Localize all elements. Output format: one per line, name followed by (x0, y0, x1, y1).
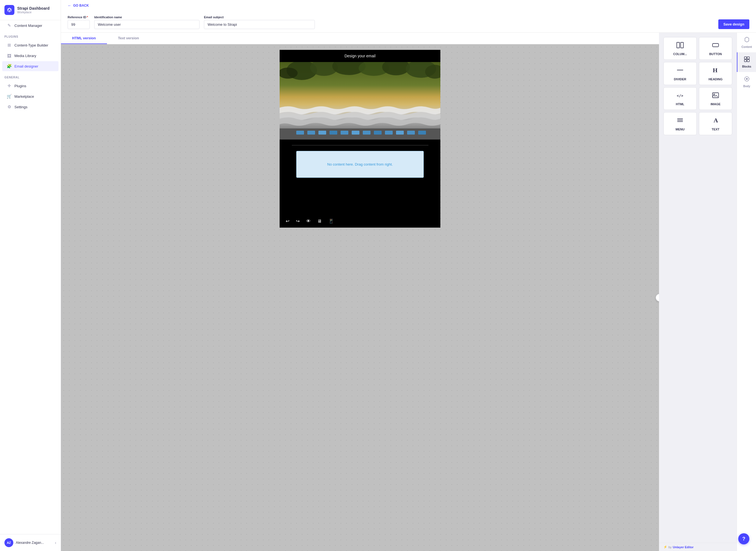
sidebar-item-label: Email designer (14, 64, 38, 68)
block-item-text[interactable]: A TEXT (699, 112, 732, 135)
save-design-button[interactable]: Save design (718, 19, 749, 29)
help-button[interactable]: ? (738, 533, 749, 544)
sidebar-item-email-designer[interactable]: 🧩 Email designer (2, 61, 58, 71)
svg-rect-34 (744, 57, 747, 59)
divider-icon (676, 66, 684, 76)
preview-button[interactable]: 👁 (304, 217, 312, 225)
block-item-button[interactable]: BUTTON (699, 37, 732, 60)
svg-text:</>: </> (677, 94, 683, 98)
block-label: IMAGE (711, 102, 721, 106)
svg-rect-23 (681, 42, 683, 48)
sidebar-collapse-button[interactable]: ‹ (55, 540, 56, 545)
block-item-columns[interactable]: COLUM... (664, 37, 697, 60)
svg-rect-14 (340, 131, 348, 134)
reference-id-label: Reference ID* (68, 15, 90, 19)
avatar-area: AZ Alexandre Zagan... (4, 538, 44, 547)
svg-rect-35 (747, 57, 749, 59)
email-drop-zone[interactable]: No content here. Drag content from right… (296, 151, 424, 178)
reference-id-input[interactable] (68, 20, 90, 29)
file-icon: ✎ (7, 23, 12, 28)
email-subject-input[interactable] (204, 20, 315, 29)
sidebar-item-label: Marketplace (14, 94, 34, 99)
tab-text-version[interactable]: Text version (107, 33, 150, 44)
app-subtitle: Workplace (17, 11, 50, 14)
sidebar-item-content-manager[interactable]: ✎ Content Manager (2, 20, 58, 30)
avatar: AZ (4, 538, 13, 547)
go-back-label: GO BACK (73, 4, 89, 7)
columns-icon (676, 41, 684, 51)
block-label: COLUM... (673, 52, 687, 56)
heading-icon: H (712, 66, 719, 76)
tab-blocks[interactable]: Blocks (737, 52, 756, 72)
tab-content-label: Content (742, 45, 752, 48)
sidebar-item-media-library[interactable]: 🖼 Media Library (2, 51, 58, 61)
svg-text:A: A (714, 117, 718, 124)
identification-name-input[interactable] (94, 20, 200, 29)
sidebar-item-plugins[interactable]: ✛ Plugins (2, 81, 58, 91)
go-back-button[interactable]: ← GO BACK (68, 3, 749, 8)
sidebar-item-label: Content-Type Builder (14, 43, 48, 47)
block-label: BUTTON (709, 52, 722, 56)
sidebar-section-general: GENERAL (0, 71, 61, 81)
editor-area: HTML version Text version Design your em… (61, 33, 756, 551)
topbar: ← GO BACK Reference ID* Identification n… (61, 0, 756, 33)
sidebar-item-marketplace[interactable]: 🛒 Marketplace (2, 91, 58, 101)
identification-name-label: Identification name (94, 15, 200, 19)
canvas-tabs: HTML version Text version (61, 33, 659, 44)
svg-rect-22 (677, 42, 680, 48)
email-divider-line (292, 145, 429, 145)
svg-text:H: H (713, 67, 718, 74)
svg-rect-15 (352, 131, 359, 134)
drop-zone-text: No content here. Drag content from right… (327, 162, 393, 166)
unlayer-footer: ⚡ by Unlayer Editor (659, 543, 737, 551)
sidebar-item-settings[interactable]: ⚙ Settings (2, 102, 58, 112)
content-tab-icon (744, 37, 750, 44)
sidebar-logo: Strapi Dashboard Workplace (0, 0, 61, 20)
tab-body[interactable]: Body (737, 72, 756, 92)
menu-icon (676, 116, 684, 126)
svg-rect-21 (418, 131, 426, 134)
text-icon: A (712, 116, 719, 126)
unlayer-link[interactable]: Unlayer Editor (673, 545, 694, 549)
block-item-html[interactable]: </> HTML (664, 87, 697, 110)
blocks-grid: COLUM... BUTTON (664, 37, 732, 135)
svg-rect-10 (296, 131, 304, 134)
tab-content[interactable]: Content (737, 33, 756, 52)
canvas-collapse-arrow[interactable]: › (656, 294, 659, 302)
main-content: ← GO BACK Reference ID* Identification n… (61, 0, 756, 551)
block-item-menu[interactable]: MENU (664, 112, 697, 135)
block-item-heading[interactable]: H HEADING (699, 62, 732, 85)
svg-point-29 (714, 94, 715, 95)
sidebar-section-plugins: PLUGINS (0, 31, 61, 40)
email-subject-label: Email subject (204, 15, 315, 19)
sidebar-item-label: Content Manager (14, 24, 42, 28)
block-label: MENU (676, 128, 685, 131)
sidebar-footer: AZ Alexandre Zagan... ‹ (0, 534, 61, 551)
email-canvas: Design your email (280, 50, 440, 227)
canvas-wrapper[interactable]: Design your email (61, 44, 659, 551)
block-item-divider[interactable]: DIVIDER (664, 62, 697, 85)
svg-rect-20 (407, 131, 415, 134)
button-icon (712, 41, 719, 51)
sidebar-item-content-type-builder[interactable]: ⊞ Content-Type Builder (2, 40, 58, 50)
email-design-title: Design your email (280, 50, 440, 62)
tab-html-version[interactable]: HTML version (61, 33, 107, 44)
body-tab-icon (744, 76, 750, 83)
logo-icon (4, 5, 14, 15)
redo-button[interactable]: ↪ (294, 217, 301, 225)
svg-point-39 (746, 78, 748, 80)
block-item-image[interactable]: IMAGE (699, 87, 732, 110)
powered-by-text: by (669, 545, 672, 549)
svg-rect-18 (385, 131, 393, 134)
mobile-view-button[interactable]: 📱 (327, 217, 335, 225)
svg-rect-13 (329, 131, 337, 134)
desktop-view-button[interactable]: 🖥 (316, 217, 323, 225)
undo-button[interactable]: ↩ (284, 217, 291, 225)
shopping-cart-icon: 🛒 (7, 94, 12, 99)
svg-rect-12 (318, 131, 326, 134)
right-panel-content: COLUM... BUTTON (659, 33, 737, 551)
image-icon: 🖼 (7, 53, 12, 58)
right-panel-tabs: Content Blocks Body (737, 33, 756, 551)
plug-icon: ✛ (7, 83, 12, 88)
image-block-icon (712, 91, 719, 101)
